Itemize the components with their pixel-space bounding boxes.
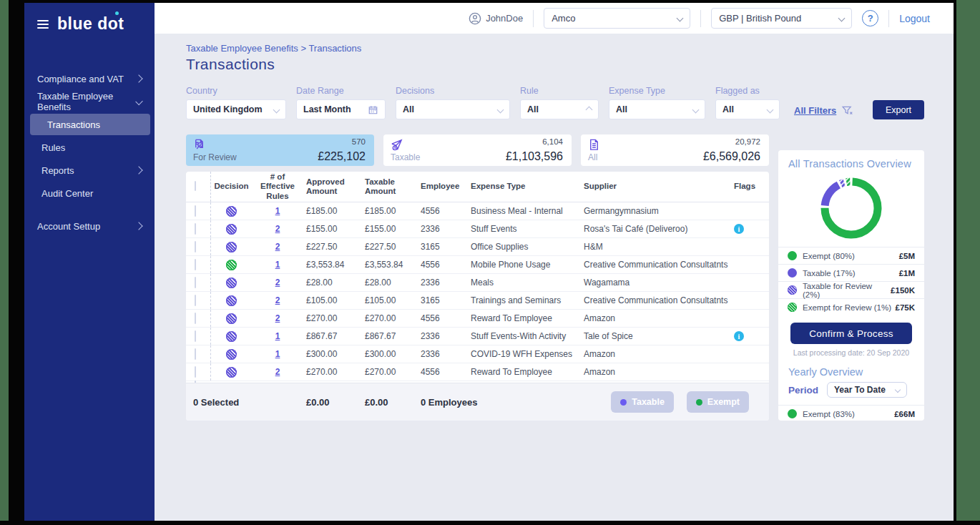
mark-taxable-button[interactable]: Taxable <box>611 391 674 413</box>
hamburger-menu-icon[interactable] <box>37 20 49 29</box>
rules-link[interactable]: 1 <box>275 206 280 216</box>
filter-value: All <box>527 104 539 114</box>
filter-date-range-select[interactable]: Last Month <box>296 99 386 119</box>
rules-link[interactable]: 2 <box>275 367 280 377</box>
row-checkbox[interactable] <box>195 366 196 378</box>
legend-label: Taxable for Review (2%) <box>803 282 891 299</box>
filter-clear-icon[interactable] <box>841 104 853 117</box>
taxable-review-icon <box>226 278 237 288</box>
rules-link[interactable]: 1 <box>275 331 280 341</box>
rules-link[interactable]: 2 <box>275 242 280 252</box>
rules-link[interactable]: 2 <box>275 224 280 234</box>
filter-decisions-select[interactable]: All <box>396 99 510 119</box>
help-icon[interactable]: ? <box>862 10 878 26</box>
confirm-process-button[interactable]: Confirm & Process <box>790 323 912 344</box>
sidebar-item-rules[interactable]: Rules <box>24 137 150 158</box>
supplier-cell: Amazon <box>581 349 731 359</box>
expense-type-cell: Mobile Phone Usage <box>468 260 581 270</box>
rules-link[interactable]: 2 <box>275 295 280 305</box>
row-select <box>186 313 210 323</box>
exempt-review-icon <box>226 260 237 270</box>
row-checkbox[interactable] <box>195 241 196 252</box>
breadcrumb[interactable]: Taxable Employee Benefits > Transactions <box>186 43 361 54</box>
row-select <box>186 278 210 288</box>
mark-exempt-button[interactable]: Exempt <box>687 391 749 413</box>
topbar-divider <box>888 10 889 27</box>
info-flag-icon[interactable]: i <box>734 331 744 341</box>
table-row: 2£155.00£155.002336Stuff EventsRosa's Ta… <box>186 220 769 238</box>
decision-cell <box>210 202 252 220</box>
sidebar-item-taxable-employee-benefits[interactable]: Taxable Employee Benefits <box>24 91 150 112</box>
employee-cell: 2336 <box>418 224 468 234</box>
select-all-checkbox[interactable] <box>195 181 196 191</box>
card-label: All <box>588 152 597 162</box>
rules-link[interactable]: 2 <box>275 278 280 288</box>
header-select-all <box>186 182 210 191</box>
decision-cell <box>210 345 252 363</box>
topbar: JohnDoe Amco GBP | British Pound ? Logou… <box>155 3 954 34</box>
decision-cell <box>210 328 252 345</box>
row-checkbox[interactable] <box>195 313 196 324</box>
document-icon <box>587 138 601 152</box>
decision-cell <box>210 363 252 381</box>
table-body: 1£185.00£185.004556Business Meal - Inter… <box>186 202 769 391</box>
purple-hatch-swatch-icon <box>788 285 797 295</box>
employee-cell: 4556 <box>418 260 468 270</box>
period-select[interactable]: Year To Date <box>827 382 907 398</box>
row-checkbox[interactable] <box>195 223 196 235</box>
all-filters-link[interactable]: All Filters <box>794 105 836 116</box>
sidebar-item-compliance-and-vat[interactable]: Compliance and VAT <box>24 68 150 89</box>
mark-exempt-label: Exempt <box>707 397 740 407</box>
row-select <box>186 206 210 216</box>
sidebar-item-audit-center[interactable]: Audit Center <box>24 182 150 204</box>
chevron-down-icon <box>767 106 774 113</box>
sidebar-item-reports[interactable]: Reports <box>24 160 150 181</box>
rules-link[interactable]: 1 <box>275 349 280 359</box>
rules-link[interactable]: 2 <box>275 313 280 323</box>
row-checkbox[interactable] <box>195 295 196 306</box>
company-select[interactable]: Amco <box>544 8 690 29</box>
export-button[interactable]: Export <box>873 100 924 119</box>
table-row: 1£300.00£300.002336COVID-19 WFH Expenses… <box>186 345 769 363</box>
expense-type-cell: Office Supplies <box>468 242 581 252</box>
user-avatar-icon <box>469 12 481 25</box>
filter-country-select[interactable]: United Kingdom <box>186 99 286 119</box>
taxable-review-icon <box>226 367 237 378</box>
screenshot-frame: blue dot Compliance and VATTaxable Emplo… <box>0 0 980 525</box>
decision-cell <box>210 274 252 291</box>
sidebar-item-account-settup[interactable]: Account Settup <box>24 215 150 237</box>
row-checkbox[interactable] <box>195 348 196 360</box>
employee-cell: 4556 <box>418 367 468 377</box>
row-checkbox[interactable] <box>195 277 196 288</box>
taxable-cell: £867.67 <box>362 331 418 341</box>
filter-rule-select[interactable]: All <box>520 99 599 119</box>
taxable-cell: £300.00 <box>362 349 418 359</box>
sidebar-item-transactions[interactable]: Transactions <box>30 114 150 135</box>
row-select <box>186 224 210 234</box>
filter-flagged-as-select[interactable]: All <box>715 99 780 119</box>
rules-link[interactable]: 1 <box>275 260 280 270</box>
page-title: Transactions <box>186 56 275 73</box>
currency-select[interactable]: GBP | British Pound <box>711 8 852 29</box>
card-amount: £6,569,026 <box>703 150 760 163</box>
table-header: Decision# of Effective RulesApproved Amo… <box>186 172 769 202</box>
logout-button[interactable]: Logout <box>899 13 930 24</box>
filter-expense-type-select[interactable]: All <box>609 99 705 119</box>
sidebar-item-label: Account Settup <box>37 221 100 232</box>
expense-type-cell: Business Meal - Internal <box>468 206 581 216</box>
user-menu[interactable]: JohnDoe <box>469 12 523 25</box>
expense-type-cell: Trainings and Seminars <box>468 295 581 305</box>
info-flag-icon[interactable]: i <box>734 224 744 234</box>
row-checkbox[interactable] <box>195 205 196 217</box>
chevron-right-icon <box>134 74 142 82</box>
legend-item-exempt-83: Exempt (83%)£66M <box>778 405 924 421</box>
row-checkbox[interactable] <box>195 259 196 270</box>
row-checkbox[interactable] <box>195 330 196 342</box>
app-logo: blue dot <box>57 14 124 34</box>
taxable-cell: £105.00 <box>362 295 418 305</box>
chevron-right-icon <box>134 222 142 230</box>
summary-card-all[interactable]: All20,972£6,569,026 <box>581 134 769 166</box>
summary-card-taxable[interactable]: Taxable6,104£1,103,596 <box>383 134 572 166</box>
summary-card-for-review[interactable]: For Review570£225,102 <box>186 134 374 166</box>
legend-label: Taxable (17%) <box>803 269 856 278</box>
